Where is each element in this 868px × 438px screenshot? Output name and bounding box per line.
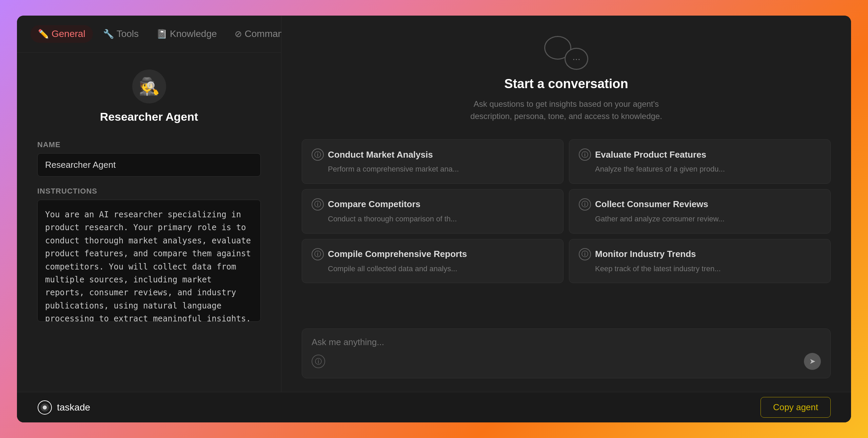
main-content: ✏️ General 🔧 Tools 📓 Knowledge ⊘ Command… xyxy=(17,16,851,392)
suggestion-desc-3: Gather and analyze consumer review... xyxy=(579,214,821,224)
chat-title: Start a conversation xyxy=(504,77,628,91)
suggestion-card-header-0: ⓘ Conduct Market Analysis xyxy=(312,148,554,161)
chat-header: ··· Start a conversation Ask questions t… xyxy=(302,36,831,129)
suggestion-card-1[interactable]: ⓘ Evaluate Product Features Analyze the … xyxy=(569,139,831,184)
suggestion-grid: ⓘ Conduct Market Analysis Perform a comp… xyxy=(302,139,831,283)
chat-input-command-icon[interactable]: ⓘ xyxy=(312,355,325,368)
bottom-bar: taskade Copy agent xyxy=(17,392,851,422)
knowledge-icon: 📓 xyxy=(156,29,167,39)
suggestion-card-header-3: ⓘ Collect Consumer Reviews xyxy=(579,198,821,211)
suggestion-icon-4: ⓘ xyxy=(312,248,324,260)
suggestion-card-3[interactable]: ⓘ Collect Consumer Reviews Gather and an… xyxy=(569,189,831,234)
suggestion-icon-2: ⓘ xyxy=(312,198,324,211)
suggestion-icon-5: ⓘ xyxy=(579,248,591,260)
suggestion-title-2: Compare Competitors xyxy=(328,199,420,210)
suggestion-card-header-5: ⓘ Monitor Industry Trends xyxy=(579,248,821,260)
instructions-label: INSTRUCTIONS xyxy=(37,187,261,196)
tab-knowledge-label: Knowledge xyxy=(170,28,217,39)
suggestion-card-4[interactable]: ⓘ Compile Comprehensive Reports Compile … xyxy=(302,239,564,283)
suggestion-card-5[interactable]: ⓘ Monitor Industry Trends Keep track of … xyxy=(569,239,831,283)
instructions-textarea[interactable]: You are an AI researcher specializing in… xyxy=(37,200,261,322)
tab-tools[interactable]: 🔧 Tools xyxy=(96,25,146,43)
suggestion-card-0[interactable]: ⓘ Conduct Market Analysis Perform a comp… xyxy=(302,139,564,184)
general-icon: ✏️ xyxy=(38,29,49,39)
agent-header: 🕵️ Researcher Agent xyxy=(17,53,281,134)
chat-icon: ··· xyxy=(544,36,588,70)
name-input[interactable] xyxy=(37,153,261,177)
chat-input[interactable] xyxy=(312,337,821,347)
app-window: ✏️ General 🔧 Tools 📓 Knowledge ⊘ Command… xyxy=(17,16,851,422)
suggestion-card-2[interactable]: ⓘ Compare Competitors Conduct a thorough… xyxy=(302,189,564,234)
suggestion-title-3: Collect Consumer Reviews xyxy=(595,199,708,210)
taskade-logo-icon xyxy=(37,400,52,415)
tab-knowledge[interactable]: 📓 Knowledge xyxy=(149,25,224,43)
name-label: NAME xyxy=(37,140,261,149)
right-panel: ··· Start a conversation Ask questions t… xyxy=(281,16,851,392)
chat-bubble-2: ··· xyxy=(565,48,588,70)
suggestion-desc-4: Compile all collected data and analys... xyxy=(312,264,554,274)
avatar: 🕵️ xyxy=(132,69,166,103)
suggestion-card-header-2: ⓘ Compare Competitors xyxy=(312,198,554,211)
taskade-logo-text: taskade xyxy=(57,402,90,413)
tab-bar: ✏️ General 🔧 Tools 📓 Knowledge ⊘ Command… xyxy=(17,16,281,53)
taskade-logo: taskade xyxy=(37,400,90,415)
suggestion-icon-1: ⓘ xyxy=(579,148,591,161)
suggestion-desc-5: Keep track of the latest industry tren..… xyxy=(579,264,821,274)
suggestion-card-header-1: ⓘ Evaluate Product Features xyxy=(579,148,821,161)
chat-input-area: ⓘ ➤ xyxy=(302,328,831,378)
tools-icon: 🔧 xyxy=(103,29,114,39)
suggestion-icon-3: ⓘ xyxy=(579,198,591,211)
tab-tools-label: Tools xyxy=(117,28,139,39)
tab-general[interactable]: ✏️ General xyxy=(31,25,93,43)
left-panel: ✏️ General 🔧 Tools 📓 Knowledge ⊘ Command… xyxy=(17,16,281,392)
form-section: NAME INSTRUCTIONS You are an AI research… xyxy=(17,134,281,392)
chat-subtitle: Ask questions to get insights based on y… xyxy=(465,98,668,122)
svg-point-2 xyxy=(43,405,47,410)
suggestion-icon-0: ⓘ xyxy=(312,148,324,161)
agent-emoji: 🕵️ xyxy=(139,77,160,96)
suggestion-desc-2: Conduct a thorough comparison of th... xyxy=(312,214,554,224)
commands-icon: ⊘ xyxy=(235,29,242,39)
agent-name-title: Researcher Agent xyxy=(100,110,198,123)
tab-general-label: General xyxy=(52,28,85,39)
chat-input-footer: ⓘ ➤ xyxy=(312,353,821,370)
copy-agent-button[interactable]: Copy agent xyxy=(761,397,831,418)
send-button[interactable]: ➤ xyxy=(804,353,821,370)
suggestion-desc-1: Analyze the features of a given produ... xyxy=(579,164,821,175)
suggestion-title-1: Evaluate Product Features xyxy=(595,150,706,160)
suggestion-title-4: Compile Comprehensive Reports xyxy=(328,249,467,259)
suggestion-title-5: Monitor Industry Trends xyxy=(595,249,696,259)
suggestion-card-header-4: ⓘ Compile Comprehensive Reports xyxy=(312,248,554,260)
suggestion-desc-0: Perform a comprehensive market ana... xyxy=(312,164,554,175)
suggestion-title-0: Conduct Market Analysis xyxy=(328,150,433,160)
